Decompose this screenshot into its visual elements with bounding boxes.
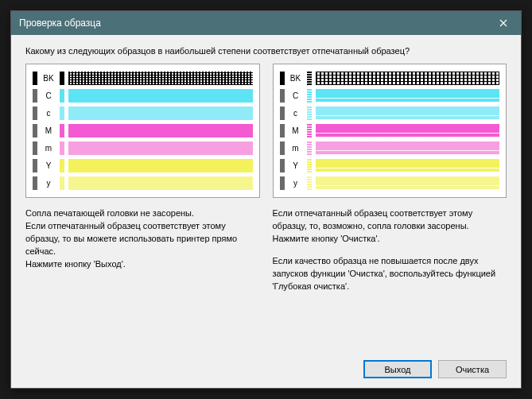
sample-bad: BK C c M [273, 64, 507, 198]
indicator2-C [60, 89, 64, 103]
bindicator-c [280, 107, 285, 120]
bindicator-M [280, 124, 285, 138]
bstripe-Y [316, 159, 500, 172]
bstripe-c [316, 107, 500, 120]
label-Y: Y [41, 161, 56, 170]
bindicator2-y [307, 176, 312, 190]
bstripe-C [316, 89, 500, 103]
clean-button[interactable]: Очистка [438, 360, 507, 378]
bindicator-y [280, 176, 285, 190]
bindicator2-m [307, 141, 312, 155]
label-M: M [41, 126, 56, 135]
blabel-y: y [289, 179, 303, 188]
label-c: c [41, 109, 56, 118]
indicator-Y [33, 159, 37, 172]
bstripe-bk [316, 72, 500, 85]
dialog-window: Проверка образца Какому из следующих обр… [10, 10, 522, 389]
row-y: y [33, 175, 253, 192]
bindicator2-M [307, 124, 312, 138]
indicator2-bk [60, 72, 64, 85]
label-bk: BK [41, 74, 56, 83]
bstripe-y [316, 176, 500, 190]
indicator-m [33, 141, 37, 155]
brow-m: m [280, 140, 500, 157]
stripe-bk [68, 72, 253, 85]
bindicator2-c [307, 107, 312, 120]
desc-good: Сопла печатающей головки не засорены. Ес… [25, 207, 260, 354]
blabel-C: C [289, 91, 303, 100]
brow-Y: Y [280, 157, 500, 174]
stripe-m [68, 141, 253, 155]
window-title: Проверка образца [19, 17, 485, 29]
bindicator2-Y [307, 159, 312, 172]
blabel-M: M [289, 126, 303, 135]
button-row: Выход Очистка [25, 354, 507, 378]
row-bk: BK [33, 70, 253, 87]
indicator2-M [60, 124, 64, 138]
row-m: m [33, 140, 253, 157]
blabel-m: m [289, 144, 303, 153]
bindicator-m [280, 141, 285, 155]
brow-bk: BK [280, 70, 500, 87]
close-button[interactable] [485, 11, 521, 35]
brow-c: c [280, 105, 500, 122]
titlebar: Проверка образца [11, 11, 521, 35]
desc-bad-text-1: Если отпечатанный образец соответствует … [273, 207, 507, 246]
brow-C: C [280, 87, 500, 104]
row-Y: Y [33, 157, 253, 174]
indicator2-y [60, 176, 64, 190]
indicator2-c [60, 107, 64, 120]
bindicator-C [280, 89, 285, 103]
bstripe-M [316, 124, 500, 138]
samples-row: BK C c M [25, 64, 507, 198]
row-M: M [33, 122, 253, 139]
stripe-Y [68, 159, 253, 172]
bindicator2-bk [307, 72, 312, 85]
sample-good: BK C c M [25, 64, 260, 198]
indicator-y [33, 176, 37, 190]
stripe-C [68, 89, 253, 103]
stripe-c [68, 107, 253, 120]
blabel-bk: BK [289, 74, 303, 83]
row-c: c [33, 105, 253, 122]
brow-y: y [280, 175, 500, 192]
label-m: m [41, 144, 56, 153]
close-icon [499, 19, 507, 27]
desc-good-text: Сопла печатающей головки не засорены. Ес… [25, 207, 260, 271]
row-C: C [33, 87, 253, 104]
bindicator-Y [280, 159, 285, 172]
bindicator2-C [307, 89, 312, 103]
desc-bad-text-2: Если качество образца не повышается посл… [273, 255, 507, 293]
content-area: Какому из следующих образцов в наибольше… [11, 35, 521, 388]
indicator2-Y [60, 159, 64, 172]
indicator-M [33, 124, 37, 138]
stripe-y [68, 176, 253, 190]
desc-bad: Если отпечатанный образец соответствует … [273, 207, 507, 354]
bindicator-bk [280, 72, 285, 85]
indicator2-m [60, 141, 64, 155]
descriptions: Сопла печатающей головки не засорены. Ес… [25, 207, 507, 354]
brow-M: M [280, 122, 500, 139]
blabel-Y: Y [289, 161, 303, 170]
stripe-M [68, 124, 253, 138]
label-C: C [41, 91, 56, 100]
label-y: y [41, 179, 56, 188]
bstripe-m [316, 141, 500, 155]
exit-button[interactable]: Выход [363, 360, 432, 378]
indicator-bk [33, 72, 37, 85]
question-text: Какому из следующих образцов в наибольше… [25, 46, 507, 56]
indicator-C [33, 89, 37, 103]
blabel-c: c [289, 109, 303, 118]
indicator-c [33, 107, 37, 120]
